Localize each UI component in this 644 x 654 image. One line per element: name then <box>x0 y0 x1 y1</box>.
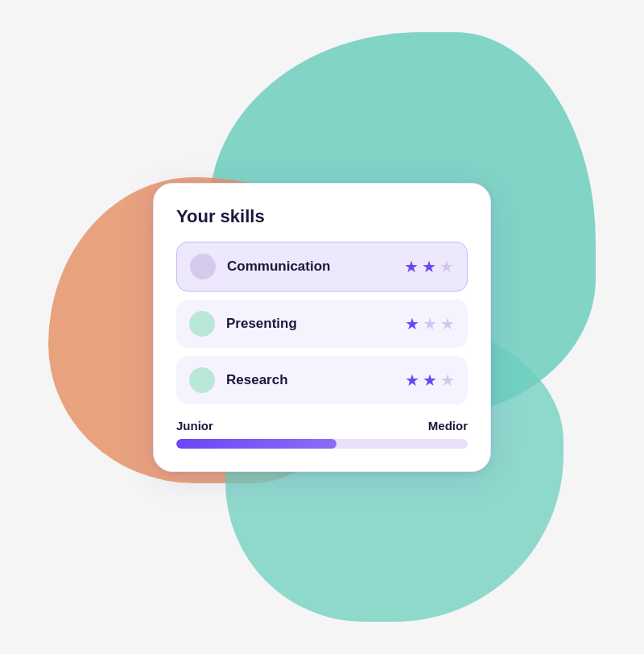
level-labels: Junior Medior <box>176 419 468 433</box>
card-title: Your skills <box>176 206 468 227</box>
star-3: ★ <box>440 257 454 276</box>
skill-name-communication: Communication <box>227 259 404 275</box>
star-3: ★ <box>440 314 455 333</box>
star-1: ★ <box>404 257 419 276</box>
star-1: ★ <box>405 370 419 390</box>
level-min-label: Junior <box>176 419 213 433</box>
star-1: ★ <box>405 314 419 333</box>
star-3: ★ <box>440 370 455 390</box>
skill-dot-presenting <box>189 311 215 337</box>
progress-bar-fill <box>176 439 336 449</box>
star-2: ★ <box>422 257 436 276</box>
stars-presenting: ★ ★ ★ <box>405 314 455 333</box>
stars-research: ★ ★ ★ <box>405 370 455 390</box>
level-section: Junior Medior <box>176 419 468 449</box>
skill-row-research[interactable]: Research ★ ★ ★ <box>176 356 468 404</box>
skill-name-research: Research <box>226 372 405 388</box>
skill-dot-communication <box>190 254 216 279</box>
skill-row-presenting[interactable]: Presenting ★ ★ ★ <box>176 300 468 348</box>
skill-row-communication[interactable]: Communication ★ ★ ★ <box>176 242 468 292</box>
level-max-label: Medior <box>428 419 468 433</box>
progress-bar-background <box>176 439 468 449</box>
star-2: ★ <box>423 314 437 333</box>
skills-card: Your skills Communication ★ ★ ★ Presenti… <box>153 183 491 472</box>
star-2: ★ <box>423 370 437 390</box>
stars-communication: ★ ★ ★ <box>404 257 454 276</box>
skill-dot-research <box>189 367 215 393</box>
skill-name-presenting: Presenting <box>226 316 405 332</box>
